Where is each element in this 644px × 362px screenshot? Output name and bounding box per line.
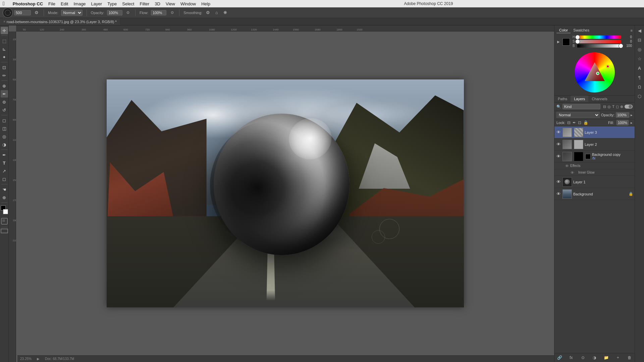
hue-thumb[interactable]	[575, 35, 580, 40]
filter-toggle[interactable]	[625, 105, 633, 109]
filter-adjust-icon[interactable]: ◎	[607, 105, 611, 109]
symmetry-icon[interactable]: ⌂	[214, 10, 220, 16]
menu-window[interactable]: Window	[180, 1, 196, 6]
fill-arrow[interactable]: ▸	[631, 121, 633, 125]
saturation-slider[interactable]	[577, 40, 621, 43]
lock-artboard-icon[interactable]: ⊡	[578, 120, 581, 125]
lasso-tool[interactable]: ⊾	[1, 45, 8, 53]
bg-visibility[interactable]: 👁	[556, 191, 561, 197]
flow-input[interactable]	[151, 10, 166, 15]
menu-layer[interactable]: Layer	[91, 1, 102, 6]
document-canvas[interactable]	[107, 79, 464, 307]
properties-icon[interactable]: ⊟	[636, 36, 643, 44]
add-group-btn[interactable]: 📁	[603, 355, 609, 361]
layer-item-layer3[interactable]: 👁 Layer 3	[554, 126, 635, 138]
layer-item-background[interactable]: 👁 Background 🔒	[554, 188, 635, 200]
brightness-thumb[interactable]	[619, 44, 623, 48]
eraser-tool[interactable]: ◻	[1, 117, 8, 124]
canvas-container[interactable]	[16, 32, 554, 355]
glyphs-icon[interactable]: Ω	[636, 83, 643, 90]
layer2-visibility[interactable]: 👁	[556, 142, 561, 147]
flow-icon[interactable]: ⊙	[169, 10, 175, 16]
panel-options-icon[interactable]: ≡	[631, 28, 633, 33]
lock-pixel-icon[interactable]: ⊟	[567, 120, 571, 125]
inner-glow-eye[interactable]: 👁	[571, 171, 574, 175]
pen-tool[interactable]: ✒	[1, 151, 8, 159]
lock-all-icon[interactable]: 🔒	[583, 120, 588, 125]
lock-position-icon[interactable]: ✒	[573, 120, 576, 125]
magic-wand-tool[interactable]: ✦	[1, 53, 8, 61]
effects-eye[interactable]: 👁	[565, 164, 569, 168]
shape-tool[interactable]: ◻	[1, 175, 8, 183]
filter-kind-icon[interactable]: 🔍	[556, 105, 561, 109]
brush-tool[interactable]: ✒	[1, 90, 8, 98]
new-layer-btn[interactable]: +	[615, 355, 621, 361]
menu-edit[interactable]: Edit	[61, 1, 68, 6]
layer-search-input[interactable]	[562, 104, 600, 109]
menu-filter[interactable]: Filter	[140, 1, 149, 6]
menu-select[interactable]: Select	[122, 1, 134, 6]
menu-file[interactable]: File	[48, 1, 55, 6]
quick-mask-btn[interactable]	[1, 218, 8, 226]
add-mask-btn[interactable]: ⊙	[580, 355, 586, 361]
history-brush-tool[interactable]: ↺	[1, 106, 8, 114]
filter-shape-icon[interactable]: ◻	[616, 105, 619, 109]
add-style-btn[interactable]: fx	[568, 355, 574, 361]
blend-mode-select[interactable]: Normal Multiply Screen	[61, 10, 83, 16]
path-selection-tool[interactable]: ↗	[1, 167, 8, 175]
filter-type-icon[interactable]: T	[612, 105, 614, 109]
layer-blend-select[interactable]: Normal Multiply Screen Overlay	[556, 112, 600, 118]
tab-paths[interactable]: Paths	[554, 96, 571, 102]
marquee-tool[interactable]: ⬚	[1, 37, 8, 45]
eyedropper-tool[interactable]: ✏	[1, 72, 8, 79]
tab-swatches[interactable]: Swatches	[571, 27, 592, 33]
smoothing-icon[interactable]: ⚙	[205, 10, 211, 16]
layer-item-layer2[interactable]: 👁 Layer 2	[554, 138, 635, 150]
layer1-visibility[interactable]: 👁	[556, 179, 561, 185]
layer-item-layer1[interactable]: 👁 Layer 1	[554, 176, 635, 188]
collapse-right-icon[interactable]: ◀	[636, 27, 643, 34]
layer-item-bgcopy[interactable]: 👁 Background copy /fx	[554, 150, 635, 163]
screen-mode-btn[interactable]	[1, 229, 8, 234]
opacity-arrow[interactable]: ▸	[631, 113, 633, 117]
layer-opacity-input[interactable]	[616, 112, 629, 118]
tab-close-btn[interactable]: ×	[3, 20, 5, 23]
adjustments-icon[interactable]: ◎	[636, 46, 643, 53]
opacity-settings-icon[interactable]: ⊙	[125, 10, 131, 16]
delete-layer-btn[interactable]: 🗑	[627, 355, 633, 361]
move-tool[interactable]: ✛	[1, 27, 8, 34]
document-tab[interactable]: × road-between-mountains-1036371.jpg @ 2…	[0, 18, 120, 25]
healing-tool[interactable]: ⊕	[1, 82, 8, 89]
dodge-tool[interactable]: ◑	[1, 141, 8, 148]
blur-tool[interactable]: ◎	[1, 133, 8, 140]
char-icon[interactable]: A	[636, 64, 643, 72]
extra-icon[interactable]: ❋	[222, 10, 228, 16]
app-name[interactable]: Photoshop CC	[13, 1, 43, 6]
tab-layers[interactable]: Layers	[571, 96, 588, 102]
menu-help[interactable]: Help	[201, 1, 210, 6]
tab-color[interactable]: Color	[556, 27, 571, 33]
foreground-swatch[interactable]	[562, 38, 570, 46]
saturation-thumb[interactable]	[575, 39, 580, 44]
brush-settings-icon[interactable]: ⚙	[34, 10, 40, 16]
background-color[interactable]	[3, 209, 8, 214]
brush-preview[interactable]	[3, 8, 13, 18]
color-triangle[interactable]	[583, 61, 606, 84]
crop-tool[interactable]: ⊡	[1, 64, 8, 71]
brightness-slider[interactable]	[577, 44, 621, 48]
color-wheel[interactable]	[575, 52, 615, 93]
hue-slider[interactable]	[577, 36, 621, 39]
filter-pixel-icon[interactable]: ⊟	[603, 105, 606, 109]
styles-icon[interactable]: ☆	[636, 55, 643, 62]
fill-input[interactable]	[616, 120, 629, 125]
opacity-input[interactable]	[107, 10, 122, 15]
para-icon[interactable]: ¶	[636, 74, 643, 81]
adjustment-layer-btn[interactable]: ◑	[591, 355, 597, 361]
menu-type[interactable]: Type	[107, 1, 117, 6]
link-layers-btn[interactable]: 🔗	[556, 355, 562, 361]
menu-image[interactable]: Image	[73, 1, 86, 6]
zoom-tool[interactable]: ⊕	[1, 194, 8, 201]
clone-tool[interactable]: ⊜	[1, 98, 8, 106]
hue-indicator-dot[interactable]	[596, 72, 599, 75]
brush-size-input[interactable]	[14, 10, 31, 15]
